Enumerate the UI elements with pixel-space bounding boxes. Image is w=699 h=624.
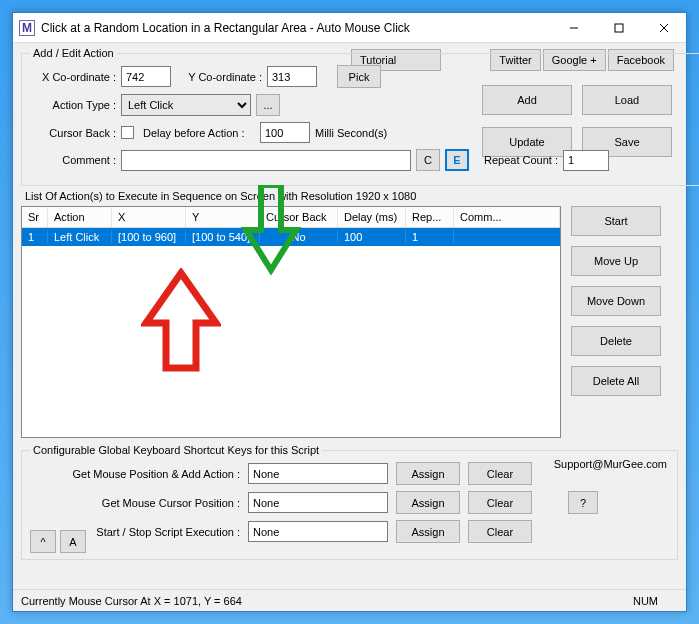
cfg-r3-input[interactable] [248, 521, 388, 542]
comment-input[interactable] [121, 150, 411, 171]
action-type-label: Action Type : [30, 99, 116, 111]
deleteall-button[interactable]: Delete All [571, 366, 661, 396]
a-button[interactable]: A [60, 530, 86, 553]
xcoord-input[interactable] [121, 66, 171, 87]
col-rep[interactable]: Rep... [406, 207, 454, 227]
add-edit-group: Add / Edit Action X Co-ordinate : Y Co-o… [21, 47, 699, 186]
status-bar: Currently Mouse Cursor At X = 1071, Y = … [13, 589, 686, 611]
col-x[interactable]: X [112, 207, 186, 227]
delay-input[interactable] [260, 122, 310, 143]
cell-y: [100 to 540] [186, 231, 260, 243]
ycoord-label: Y Co-ordinate : [176, 71, 262, 83]
client-area: Add / Edit Action X Co-ordinate : Y Co-o… [13, 43, 686, 570]
cfg-r1-assign[interactable]: Assign [396, 462, 460, 485]
cfg-r2-label: Get Mouse Cursor Position : [30, 497, 240, 509]
start-button[interactable]: Start [571, 206, 661, 236]
cell-rep: 1 [406, 231, 454, 243]
col-cursor-back[interactable]: Cursor Back [260, 207, 338, 227]
comment-label: Comment : [30, 154, 116, 166]
movedown-button[interactable]: Move Down [571, 286, 661, 316]
titlebar: M Click at a Random Location in a Rectan… [13, 13, 686, 43]
shortcut-legend: Configurable Global Keyboard Shortcut Ke… [30, 444, 322, 456]
add-edit-legend: Add / Edit Action [30, 47, 117, 59]
app-window: M Click at a Random Location in a Rectan… [12, 12, 687, 612]
e-button[interactable]: E [445, 149, 469, 171]
table-row[interactable]: 1 Left Click [100 to 960] [100 to 540] N… [22, 228, 560, 246]
ms-label: Milli Second(s) [315, 127, 387, 139]
repeat-label: Repeat Count : [474, 154, 558, 166]
svg-rect-1 [615, 24, 623, 32]
cell-delay: 100 [338, 231, 406, 243]
xcoord-label: X Co-ordinate : [30, 71, 116, 83]
caret-button[interactable]: ^ [30, 530, 56, 553]
cfg-r3-clear[interactable]: Clear [468, 520, 532, 543]
cfg-r1-label: Get Mouse Position & Add Action : [30, 468, 240, 480]
delete-button[interactable]: Delete [571, 326, 661, 356]
col-comm[interactable]: Comm... [454, 207, 560, 227]
ycoord-input[interactable] [267, 66, 317, 87]
grid-side-buttons: Start Move Up Move Down Delete Delete Al… [571, 206, 661, 438]
window-title: Click at a Random Location in a Rectangu… [41, 21, 551, 35]
status-text: Currently Mouse Cursor At X = 1071, Y = … [21, 595, 242, 607]
help-button[interactable]: ? [568, 491, 598, 514]
col-action[interactable]: Action [48, 207, 112, 227]
repeat-input[interactable] [563, 150, 609, 171]
cfg-r2-input[interactable] [248, 492, 388, 513]
col-sr[interactable]: Sr [22, 207, 48, 227]
pick-button[interactable]: Pick [337, 65, 381, 88]
cursor-back-label: Cursor Back : [30, 127, 116, 139]
grid-header: Sr Action X Y Cursor Back Delay (ms) Rep… [22, 207, 560, 228]
minimize-button[interactable] [551, 13, 596, 42]
action-type-select[interactable]: Left Click [121, 94, 251, 116]
app-icon: M [19, 20, 35, 36]
action-type-more-button[interactable]: ... [256, 94, 280, 116]
cfg-r2-clear[interactable]: Clear [468, 491, 532, 514]
cell-x: [100 to 960] [112, 231, 186, 243]
delay-label: Delay before Action : [143, 127, 255, 139]
col-y[interactable]: Y [186, 207, 260, 227]
maximize-button[interactable] [596, 13, 641, 42]
c-button[interactable]: C [416, 149, 440, 171]
status-num: NUM [633, 595, 658, 607]
list-label: List Of Action(s) to Execute in Sequence… [25, 190, 678, 202]
cfg-r2-assign[interactable]: Assign [396, 491, 460, 514]
cell-cursor-back: No [260, 231, 338, 243]
cell-sr: 1 [22, 231, 48, 243]
cfg-r1-clear[interactable]: Clear [468, 462, 532, 485]
cfg-r1-input[interactable] [248, 463, 388, 484]
cfg-r3-assign[interactable]: Assign [396, 520, 460, 543]
moveup-button[interactable]: Move Up [571, 246, 661, 276]
close-button[interactable] [641, 13, 686, 42]
support-link[interactable]: Support@MurGee.com [554, 458, 667, 470]
cell-action: Left Click [48, 231, 112, 243]
col-delay[interactable]: Delay (ms) [338, 207, 406, 227]
shortcut-group: Configurable Global Keyboard Shortcut Ke… [21, 444, 678, 560]
cursor-back-checkbox[interactable] [121, 126, 134, 139]
actions-grid[interactable]: Sr Action X Y Cursor Back Delay (ms) Rep… [21, 206, 561, 438]
